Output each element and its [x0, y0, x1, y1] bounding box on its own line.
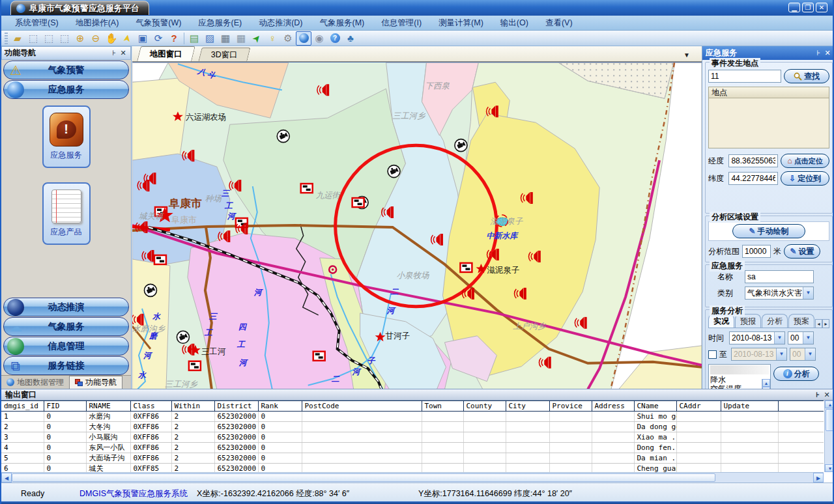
table-row[interactable]: 60城关0XFF8526523020000Cheng guan — [1, 464, 824, 473]
scrollbar-thumb[interactable] — [826, 409, 834, 431]
select-polygon-icon[interactable]: ⬚ — [25, 31, 41, 46]
tab-scroll-left-icon[interactable]: ◂ — [815, 319, 822, 328]
menu-item-7[interactable]: 信息管理(I) — [373, 16, 430, 31]
place-list[interactable]: 地点 — [708, 87, 829, 148]
menu-item-2[interactable]: 地图操作(A) — [67, 16, 128, 31]
scroll-right-icon[interactable]: ▶ — [813, 473, 824, 483]
column-header[interactable]: City — [506, 401, 549, 412]
table-row[interactable]: 10水磨沟0XFF8626523020000Shui mo gou — [1, 412, 824, 422]
nav-group-服务链接[interactable]: ⧉服务链接 — [3, 356, 129, 375]
chevron-down-icon[interactable]: ▼ — [803, 332, 813, 344]
scroll-down-icon[interactable]: ▼ — [825, 464, 834, 472]
column-header[interactable]: Provice — [549, 401, 592, 412]
settings-gear-icon[interactable]: ⚙ — [280, 31, 296, 46]
nav-group-气象预警[interactable]: ⚠气象预警 — [3, 61, 129, 79]
help-icon[interactable]: ? — [327, 31, 343, 46]
tab-function-navigation[interactable]: 功能导航 — [69, 376, 122, 389]
to-checkbox[interactable] — [708, 350, 717, 359]
menu-item-6[interactable]: 气象服务(M) — [311, 16, 373, 31]
refresh-icon[interactable]: ⟳ — [151, 31, 166, 46]
export-image-icon[interactable]: ▤ — [186, 31, 202, 46]
column-header[interactable]: Within — [171, 401, 214, 412]
analyze-button[interactable]: i 分析 — [773, 367, 819, 381]
menu-item-1[interactable]: 系统管理(S) — [7, 16, 67, 31]
pin-icon[interactable]: ⊦ — [109, 49, 119, 57]
svc-tab-预案[interactable]: 预案 — [788, 314, 814, 328]
location-search-input[interactable] — [708, 70, 781, 83]
table-row[interactable]: 30小马厩沟0XFF8626523020000Xiao ma ... — [1, 432, 824, 443]
range-input[interactable] — [742, 245, 771, 258]
column-header[interactable]: District — [214, 401, 258, 412]
column-header[interactable]: Address — [592, 401, 634, 412]
set-range-button[interactable]: ✎ 设置 — [784, 244, 820, 259]
service-type-select[interactable]: 气象和洪水灾害 ▼ — [745, 287, 814, 300]
start-hour-select[interactable]: 00 ▼ — [788, 331, 814, 344]
svc-tab-分析[interactable]: 分析 — [762, 314, 788, 328]
tab-3d-window[interactable]: 3D窗口 — [198, 48, 250, 61]
start-date-select[interactable]: 2010-08-13 ▼ — [729, 331, 785, 344]
green-pointer-icon[interactable]: ➤ — [246, 27, 267, 49]
select-circle-icon[interactable]: ⬚ — [57, 31, 72, 46]
pin-icon[interactable]: ⊦ — [814, 49, 823, 57]
printer-icon[interactable]: ▦ — [218, 31, 233, 46]
search-button[interactable]: 查找 — [784, 69, 829, 83]
zoom-out-icon[interactable]: ⊖ — [88, 31, 104, 46]
scroll-up-icon[interactable]: ▲ — [762, 379, 770, 387]
nav-group-信息管理[interactable]: 信息管理 — [3, 337, 129, 356]
click-locate-button[interactable]: ⌂ 点击定位 — [781, 154, 829, 168]
column-header[interactable]: Town — [422, 401, 463, 412]
column-header[interactable]: FID — [44, 401, 86, 412]
pointer-arrow-icon[interactable]: ➤ — [119, 29, 136, 47]
horizontal-scrollbar[interactable]: ◀ ▶ — [1, 472, 824, 483]
column-header[interactable]: CAddr — [676, 401, 721, 412]
list-item[interactable]: 空气温度 — [709, 384, 770, 389]
column-header[interactable]: Update — [721, 401, 778, 412]
element-listbox[interactable]: 降水空气温度▲ ▼ — [708, 364, 771, 389]
menu-item-3[interactable]: 气象预警(W) — [127, 16, 190, 31]
restore-button[interactable]: ❐ — [802, 3, 814, 12]
zoom-in-icon[interactable]: ⊕ — [72, 31, 88, 46]
longitude-input[interactable] — [728, 154, 778, 167]
chevron-down-icon[interactable]: ▼ — [803, 287, 813, 299]
scroll-up-icon[interactable]: ▲ — [825, 400, 834, 408]
globe-tool-icon[interactable] — [296, 31, 311, 46]
full-extent-icon[interactable]: ▣ — [135, 31, 151, 46]
manual-draw-button[interactable]: ✎ 手动绘制 — [732, 224, 805, 238]
column-header[interactable]: CName — [634, 401, 676, 412]
list-item[interactable]: 降水 — [709, 375, 770, 384]
nav-group-应急服务[interactable]: 应急服务 — [3, 80, 129, 99]
column-header[interactable] — [778, 401, 824, 412]
tabstrip-dropdown-icon[interactable]: ▼ — [683, 51, 690, 59]
close-icon[interactable]: ✕ — [119, 49, 128, 57]
export-tree-icon[interactable]: ♣ — [343, 31, 358, 46]
nav-group-动态推演[interactable]: 动态推演 — [3, 298, 129, 316]
close-icon[interactable]: ✕ — [823, 49, 832, 57]
output-table[interactable]: dmgis_idFIDRNAMEClassWithinDistrictRankP… — [1, 400, 824, 472]
minimize-button[interactable]: ▁ — [788, 3, 800, 12]
emergency-service-button[interactable]: ! 应急服务 — [42, 105, 91, 168]
emergency-product-button[interactable]: 应急产品 — [42, 182, 91, 245]
table-row[interactable]: 40东风一小队0XFF8626523020000Dong fen... — [1, 443, 824, 453]
column-header[interactable]: dmgis_id — [1, 401, 44, 412]
scrollbar-thumb[interactable] — [12, 473, 715, 482]
eye-visibility-icon[interactable]: ◉ — [311, 31, 327, 46]
pin-icon[interactable]: ⊦ — [813, 391, 822, 399]
column-header[interactable]: Class — [130, 401, 171, 412]
menu-item-8[interactable]: 测量计算(M) — [430, 16, 492, 31]
scroll-left-icon[interactable]: ◀ — [1, 473, 12, 483]
tab-map-data-management[interactable]: 地图数据管理 — [1, 376, 69, 389]
column-header[interactable]: RNAME — [86, 401, 130, 412]
column-header[interactable]: PostCode — [302, 401, 422, 412]
menu-item-10[interactable]: 查看(V) — [537, 16, 581, 31]
column-header[interactable]: County — [463, 401, 506, 412]
table-row[interactable]: 50大面场子沟0XFF8626523020000Da mian ... — [1, 453, 824, 464]
column-header[interactable]: Rank — [258, 401, 302, 412]
map-canvas[interactable]: 八 斗六运湖农场三工河乡下西泉九运街种场阜康市城关镇阜康市滋泥泉子中新水库滋泥泉… — [132, 62, 702, 389]
identify-icon[interactable]: ? — [166, 31, 182, 46]
nav-group-气象服务[interactable]: ☁气象服务 — [3, 317, 129, 336]
scene-view-icon[interactable]: ▨ — [202, 31, 218, 46]
yellow-pin-icon[interactable]: ♀ — [265, 31, 280, 46]
menu-item-4[interactable]: 应急服务(E) — [190, 16, 250, 31]
menu-item-5[interactable]: 动态推演(D) — [250, 16, 311, 31]
select-rectangle-icon[interactable]: ⬚ — [41, 31, 57, 46]
